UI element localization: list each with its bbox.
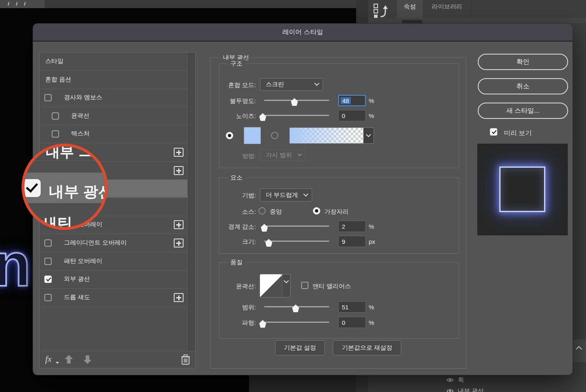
contour-label: 윤곽선: [187,283,256,290]
jitter-slider[interactable] [264,322,329,323]
sidebar-item-gradient-overlay[interactable]: 그레이디언트 오버레이 [39,234,188,252]
noise-input[interactable]: 0 [338,110,366,121]
contour-thumbnail [260,274,283,297]
glow-color-swatch[interactable] [244,127,261,144]
chevron-down-icon [298,152,302,156]
tab-text-mark [24,2,26,6]
chevron-down-icon [284,278,289,283]
list-toolbar: fx [39,351,195,368]
tab-properties[interactable]: 속성 [397,0,423,18]
sidebar-item-blending-options[interactable]: 혼합 옵션 [39,71,188,89]
tab-libraries[interactable]: 라이브러리 [423,0,472,18]
range-label: 범위: [187,304,256,311]
sidebar-item-contour[interactable]: 윤곽선 [39,107,188,125]
move-up-button[interactable] [65,355,73,364]
antialias-checkbox[interactable] [301,282,308,289]
choke-slider[interactable] [264,226,329,227]
size-slider[interactable] [264,241,329,242]
eye-icon[interactable] [446,388,454,392]
plus-icon[interactable] [174,220,184,229]
ok-button[interactable]: 확인 [478,54,568,70]
method-select-disabled: 가시 범위 [260,149,306,161]
caret-down-icon [56,362,59,364]
choke-input[interactable]: 2 [338,221,366,232]
dialog-title-bar[interactable]: 레이어 스타일 [33,24,573,42]
jitter-input[interactable]: 0 [338,317,366,328]
sidebar-item-bevel-emboss[interactable]: 경사와 엠보스 [39,89,188,107]
row-separator [24,160,105,161]
checkbox[interactable] [44,294,52,301]
reset-default-button[interactable]: 기본값으로 재설정 [333,340,401,355]
cancel-button[interactable]: 취소 [478,78,568,94]
magnified-checkbox-checked [23,179,41,197]
panel-gap [249,375,356,392]
plus-icon[interactable] [174,293,184,302]
glow-square-preview [499,166,545,212]
annotation-magnifier-circle: 내부 ㅡ 내부 광선 새틴 [22,144,108,230]
source-center-radio[interactable] [258,207,266,215]
quality-legend: 품질 [227,258,245,266]
style-preview-thumbnail [477,144,568,235]
opacity-unit: % [369,97,374,104]
gradient-radio[interactable] [271,132,278,139]
layer-effect-row[interactable]: 내부 광선 [446,387,484,392]
source-edge-radio-selected[interactable] [313,207,320,215]
trash-icon[interactable] [181,354,190,365]
technique-label: 기법: [187,192,256,199]
range-unit: % [369,304,374,311]
contour-dropdown[interactable] [282,274,290,297]
noise-label: 노이즈: [187,112,256,120]
document-tab-bar [0,0,357,8]
structure-legend: 구조 [227,59,245,68]
preview-label: 미리 보기 [504,129,531,138]
effect-label: 획 [458,376,464,384]
size-unit: px [369,238,375,245]
checkbox[interactable] [44,258,52,265]
chevron-down-icon [366,132,371,137]
document-tab[interactable] [0,0,45,8]
size-input[interactable]: 9 [338,236,366,247]
gradient-dropdown[interactable] [363,128,374,143]
make-default-button[interactable]: 기본값 설정 [275,340,325,355]
checkbox[interactable] [44,94,52,101]
sidebar-item-outer-glow[interactable]: 외부 광선 [39,270,188,289]
choke-label: 경계 감소: [187,223,256,231]
layer-effect-row[interactable]: 획 [446,376,464,384]
move-down-button[interactable] [83,355,92,364]
gradient-picker[interactable] [289,127,374,144]
sidebar-item-texture[interactable]: 텍스처 [39,125,188,143]
noise-slider[interactable] [264,115,329,116]
source-center-label: 중앙 [270,208,282,216]
tab-text-mark [16,2,17,6]
opacity-label: 불투명도: [187,97,256,105]
plus-icon[interactable] [174,166,184,175]
checkbox-checked[interactable] [44,276,52,283]
gradient-fade [290,128,364,143]
checkbox[interactable] [44,239,52,247]
sidebar-item-styles[interactable]: 스타일 [39,53,188,71]
opacity-input[interactable]: 48 [338,95,366,106]
fx-menu-button[interactable]: fx [45,354,52,364]
sidebar-item-drop-shadow[interactable]: 드롭 섀도 [39,289,188,307]
photoshop-app: n 속성 라이브러리 획 내부 광선 레이어 스타일 스타일 혼합 옵 [0,0,586,392]
neon-letter: n [0,234,31,295]
sidebar-item-pattern-overlay[interactable]: 패턴 오버레이 [39,252,188,271]
plus-icon[interactable] [174,239,184,247]
checkbox[interactable] [52,130,59,138]
plus-icon[interactable] [174,148,184,157]
blend-mode-label: 혼합 모드: [187,81,256,89]
tab-text-mark [8,2,9,6]
color-radio-selected[interactable] [226,132,233,139]
panel-strip [368,18,586,23]
method-label: 방법: [187,152,256,160]
contour-picker[interactable] [260,274,291,298]
preview-checkbox-checked[interactable] [490,128,497,136]
chevron-down-icon [303,191,308,197]
source-label: 소스: [187,208,256,216]
technique-select[interactable]: 더 부드럽게 [260,188,312,201]
checkbox[interactable] [52,112,59,120]
new-style-button[interactable]: 새 스타일... [478,103,568,119]
eye-icon[interactable] [446,377,454,383]
blend-mode-select[interactable]: 스크린 [260,78,323,91]
range-input[interactable]: 51 [338,301,366,313]
